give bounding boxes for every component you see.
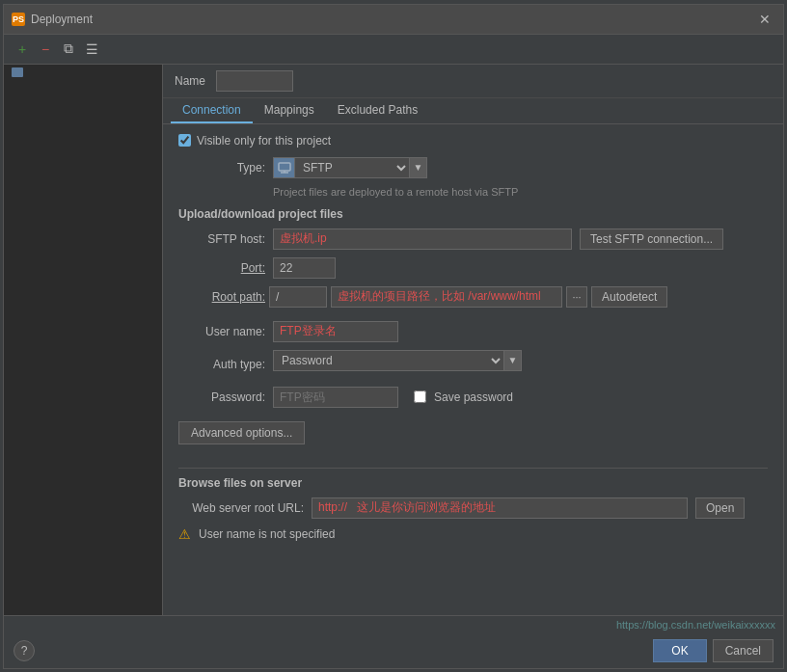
visible-only-row: Visible only for this project [178,134,768,148]
password-input[interactable] [273,387,398,408]
warning-icon: ⚠ [178,526,191,542]
user-name-row: User name: [178,321,768,342]
test-connection-button[interactable]: Test SFTP connection... [580,228,723,250]
dialog-title: Deployment [31,13,93,26]
web-url-input[interactable] [312,497,688,519]
dialog-bottom: https://blog.csdn.net/weikaixxxxxx ? OK … [4,615,783,668]
type-row: Type: SFTP ▼ [178,157,768,178]
password-row: Password: Save password [178,387,768,408]
tab-mappings[interactable]: Mappings [253,98,326,123]
sftp-host-label: SFTP host: [178,232,265,246]
close-button[interactable]: ✕ [754,10,775,29]
bottom-buttons: ? OK Cancel [4,633,783,668]
title-bar: PS Deployment ✕ [4,5,783,35]
root-path-input[interactable] [331,286,562,308]
name-label: Name [175,74,208,88]
help-button[interactable]: ? [14,640,35,661]
separator [178,468,768,469]
type-hint: Project files are deployed to a remote h… [273,186,768,198]
browse-section-label: Browse files on server [178,476,768,490]
type-label: Type: [178,161,265,175]
upload-section-label: Upload/download project files [178,207,768,221]
port-label: Port: [178,261,265,275]
action-buttons: OK Cancel [653,639,773,662]
title-bar-left: PS Deployment [12,13,93,26]
svg-rect-0 [279,163,290,171]
remove-server-button[interactable]: − [35,39,56,60]
type-select[interactable]: SFTP [294,157,410,178]
user-name-input[interactable] [273,321,398,342]
url-bar: https://blog.csdn.net/weikaixxxxxx [4,616,783,633]
name-input[interactable] [216,70,293,92]
sftp-type-icon [273,157,294,178]
sftp-host-row: SFTP host: Test SFTP connection... [178,228,768,250]
port-row: Port: [178,257,768,279]
tab-content-connection: Visible only for this project Type: [163,124,783,615]
copy-server-button[interactable]: ⧉ [58,39,79,60]
server-icon [12,67,23,77]
autodetect-button[interactable]: Autodetect [591,286,667,308]
main-body: Name Connection Mappings Excluded Paths … [4,65,783,615]
root-path-prefix-input[interactable] [269,286,327,308]
app-icon: PS [12,13,25,26]
save-password-checkbox[interactable] [414,390,426,403]
root-path-row: Root path: ··· Autodetect [178,286,768,308]
web-url-row: Web server root URL: Open [178,497,768,519]
password-label: Password: [178,390,265,404]
deployment-dialog: PS Deployment ✕ + − ⧉ ☰ Name Connection [3,4,784,669]
auth-type-label: Auth type: [178,358,265,371]
add-server-button[interactable]: + [12,39,33,60]
warning-row: ⚠ User name is not specified [178,526,768,542]
auth-type-select[interactable]: Password [273,350,504,371]
name-row: Name [163,65,783,98]
save-password-label: Save password [434,390,513,404]
port-input[interactable] [273,257,336,279]
advanced-options-button[interactable]: Advanced options... [178,421,305,444]
visible-only-checkbox[interactable] [178,134,191,147]
tab-connection[interactable]: Connection [171,98,253,123]
auth-dropdown-btn[interactable]: ▼ [504,350,522,371]
auth-type-row: Auth type: Password ▼ [178,350,768,379]
ok-button[interactable]: OK [653,639,706,662]
warning-text: User name is not specified [199,527,335,541]
auth-type-select-wrapper: Password ▼ [273,350,522,371]
sftp-host-input[interactable] [273,228,572,250]
open-button[interactable]: Open [695,497,745,519]
web-url-label: Web server root URL: [178,501,304,515]
tab-bar: Connection Mappings Excluded Paths [163,98,783,124]
toolbar: + − ⧉ ☰ [4,35,783,65]
user-name-label: User name: [178,325,265,338]
move-server-button[interactable]: ☰ [81,39,102,60]
save-password-row: Save password [414,390,513,404]
server-list-item[interactable] [4,65,162,80]
type-dropdown-btn[interactable]: ▼ [410,157,427,178]
server-list [4,65,163,615]
root-path-browse-button[interactable]: ··· [566,286,587,308]
type-select-wrapper: SFTP ▼ [273,157,427,178]
content-area: Name Connection Mappings Excluded Paths … [163,65,783,615]
visible-only-label: Visible only for this project [197,134,331,148]
tab-excluded-paths[interactable]: Excluded Paths [326,98,429,123]
cancel-button[interactable]: Cancel [713,639,773,662]
root-path-label: Root path: [178,290,265,304]
